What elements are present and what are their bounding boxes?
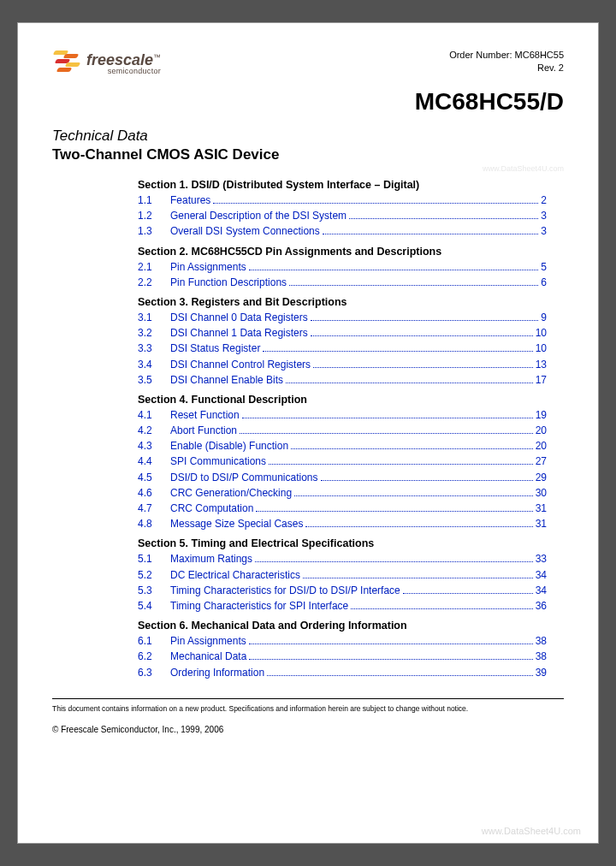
disclaimer: This document contains information on a … — [52, 704, 564, 713]
toc-entry[interactable]: 1.2General Description of the DSI System… — [138, 209, 547, 222]
logo-sub: semiconductor — [86, 68, 161, 75]
toc-number: 1.1 — [138, 193, 170, 207]
toc-entry[interactable]: 4.6CRC Generation/Checking30 — [138, 486, 547, 500]
toc-label: CRC Generation/Checking — [170, 486, 292, 500]
toc-page: 10 — [536, 326, 547, 340]
toc-leader-dots — [289, 285, 538, 286]
toc-number: 2.2 — [138, 276, 170, 289]
toc-label: Abort Function — [170, 424, 237, 437]
toc-label: Features — [170, 193, 210, 207]
toc-leader-dots — [291, 448, 533, 449]
watermark-top: www.DataSheet4U.com — [483, 164, 564, 173]
section-heading: Section 2. MC68HC55CD Pin Assignments an… — [138, 246, 547, 258]
toc-leader-dots — [286, 383, 533, 383]
toc-entry[interactable]: 3.1DSI Channel 0 Data Registers9 — [138, 311, 547, 324]
toc-entry[interactable]: 4.2Abort Function20 — [138, 424, 547, 437]
toc-page: 36 — [536, 599, 547, 613]
toc-entry[interactable]: 5.2DC Electrical Characteristics34 — [138, 568, 547, 582]
toc-page: 10 — [536, 341, 547, 355]
toc-label: DSI Channel Enable Bits — [170, 373, 283, 387]
toc-leader-dots — [267, 675, 533, 676]
toc-leader-dots — [263, 351, 532, 352]
toc-entry[interactable]: 1.3Overall DSI System Connections3 — [138, 224, 547, 238]
toc-entry[interactable]: 2.2Pin Function Descriptions6 — [138, 276, 547, 289]
toc-leader-dots — [321, 480, 533, 481]
divider — [52, 698, 564, 699]
toc-page: 17 — [536, 373, 547, 387]
toc-page: 29 — [536, 471, 547, 484]
section-heading: Section 4. Functional Description — [138, 394, 547, 406]
toc-entry[interactable]: 4.4SPI Communications27 — [138, 454, 547, 468]
toc-entry[interactable]: 4.3Enable (Disable) Function20 — [138, 439, 547, 453]
toc-entry[interactable]: 3.4DSI Channel Control Registers13 — [138, 358, 547, 371]
toc-entry[interactable]: 3.2DSI Channel 1 Data Registers10 — [138, 326, 547, 340]
toc-entry[interactable]: 1.1Features2 — [138, 193, 547, 207]
toc-page: 6 — [541, 276, 547, 289]
toc-label: Pin Function Descriptions — [170, 276, 287, 289]
toc-page: 27 — [536, 454, 547, 468]
toc-leader-dots — [323, 234, 539, 234]
toc-leader-dots — [269, 464, 533, 465]
toc-label: Timing Characteristics for DSI/D to DSI/… — [170, 584, 400, 597]
toc-number: 5.4 — [138, 599, 170, 613]
toc-number: 1.3 — [138, 224, 170, 238]
technical-data-label: Technical Data — [52, 128, 564, 145]
toc-entry[interactable]: 5.4Timing Characteristics for SPI Interf… — [138, 599, 547, 613]
toc-entry[interactable]: 6.3Ordering Information39 — [138, 666, 547, 679]
toc-leader-dots — [313, 367, 533, 368]
toc-page: 20 — [536, 424, 547, 437]
section-heading: Section 6. Mechanical Data and Ordering … — [138, 620, 547, 632]
section-heading: Section 3. Registers and Bit Description… — [138, 296, 547, 308]
toc-leader-dots — [305, 526, 532, 527]
toc-page: 2 — [541, 193, 547, 207]
toc-label: Overall DSI System Connections — [170, 224, 320, 238]
toc-leader-dots — [311, 320, 539, 321]
toc-label: CRC Computation — [170, 501, 253, 515]
toc-page: 38 — [536, 650, 547, 663]
toc-entry[interactable]: 5.3Timing Characteristics for DSI/D to D… — [138, 584, 547, 597]
toc-entry[interactable]: 4.8Message Size Special Cases31 — [138, 517, 547, 531]
toc-number: 5.2 — [138, 568, 170, 582]
toc-entry[interactable]: 6.1Pin Assignments38 — [138, 634, 547, 648]
toc-leader-dots — [240, 433, 533, 434]
toc-leader-dots — [242, 418, 533, 418]
toc-entry[interactable]: 6.2Mechanical Data38 — [138, 650, 547, 663]
toc-entry[interactable]: 2.1Pin Assignments5 — [138, 260, 547, 274]
toc-number: 5.3 — [138, 584, 170, 597]
toc-number: 3.4 — [138, 358, 170, 371]
toc-number: 4.6 — [138, 486, 170, 500]
copyright: © Freescale Semiconductor, Inc., 1999, 2… — [52, 725, 564, 734]
toc-number: 1.2 — [138, 209, 170, 222]
toc-entry[interactable]: 3.3DSI Status Register10 — [138, 341, 547, 355]
document-title: MC68HC55/D — [52, 88, 564, 116]
freescale-logo-icon — [52, 49, 81, 78]
toc-page: 5 — [541, 260, 547, 274]
toc-page: 33 — [536, 552, 547, 566]
order-number: Order Number: MC68HC55 — [449, 49, 564, 62]
toc-leader-dots — [249, 270, 539, 270]
document-page: freescale™ semiconductor Order Number: M… — [17, 22, 599, 844]
toc-entry[interactable]: 3.5DSI Channel Enable Bits17 — [138, 373, 547, 387]
toc-page: 31 — [536, 501, 547, 515]
toc-page: 34 — [536, 584, 547, 597]
toc-page: 39 — [536, 666, 547, 679]
toc-page: 30 — [536, 486, 547, 500]
table-of-contents: Section 1. DSI/D (Distributed System Int… — [138, 179, 547, 679]
logo-tm: ™ — [153, 52, 161, 61]
watermark-bottom: www.DataSheet4U.com — [482, 826, 581, 836]
toc-entry[interactable]: 4.5DSI/D to DSI/P Communications29 — [138, 471, 547, 484]
toc-page: 19 — [536, 408, 547, 422]
toc-number: 3.5 — [138, 373, 170, 387]
toc-entry[interactable]: 4.7CRC Computation31 — [138, 501, 547, 515]
order-info: Order Number: MC68HC55 Rev. 2 — [449, 49, 564, 74]
toc-entry[interactable]: 5.1Maximum Ratings33 — [138, 552, 547, 566]
toc-number: 6.1 — [138, 634, 170, 648]
toc-number: 4.8 — [138, 517, 170, 531]
toc-entry[interactable]: 4.1Reset Function19 — [138, 408, 547, 422]
logo-text: freescale™ semiconductor — [86, 52, 161, 75]
subtitle: Two-Channel CMOS ASIC Device — [52, 146, 564, 163]
logo-main: freescale — [86, 51, 153, 68]
toc-label: Ordering Information — [170, 666, 264, 679]
toc-page: 13 — [536, 358, 547, 371]
toc-number: 3.3 — [138, 341, 170, 355]
